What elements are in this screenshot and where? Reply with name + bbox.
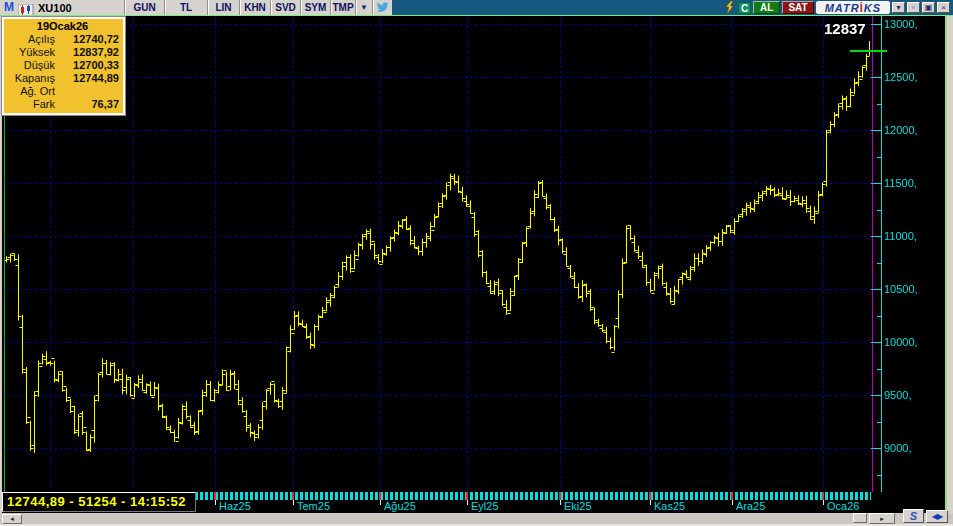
quote-row: Ağ. Ort <box>6 85 119 98</box>
y-axis-tick-label: 12000, <box>884 124 918 136</box>
month-boundary-mark <box>649 492 651 500</box>
x-axis-month-label: Ara25 <box>736 500 765 512</box>
month-tick <box>732 500 733 505</box>
quote-rows: Açılış12740,72Yüksek12837,92Düşük12700,3… <box>6 33 119 111</box>
month-tick <box>293 500 294 505</box>
y-axis-tick-label: 10000, <box>884 336 918 348</box>
x-axis-month-label: Oca26 <box>827 500 859 512</box>
quote-row: Düşük12700,33 <box>6 59 119 72</box>
scroll-right-button[interactable]: ▸ <box>869 513 895 524</box>
month-boundary-mark <box>466 492 468 500</box>
month-tick <box>823 500 824 505</box>
y-axis-tick-label: 10500, <box>884 283 918 295</box>
quote-row: Fark76,37 <box>6 98 119 111</box>
buy-button[interactable]: AL <box>753 1 780 14</box>
x-axis-month-label: Ağu25 <box>384 500 416 512</box>
panel-right-border <box>945 15 947 524</box>
chart-scrollbar[interactable] <box>0 513 953 524</box>
y-axis-tick-label: 9000, <box>884 442 912 454</box>
toolbar-button-lin[interactable]: LIN <box>207 0 239 15</box>
toolbar-button-khn[interactable]: KHN <box>239 0 270 15</box>
y-axis-tick-label: 12500, <box>884 71 918 83</box>
month-boundary-mark <box>214 492 216 500</box>
toolbar-button-svd[interactable]: SVD <box>270 0 300 15</box>
month-tick <box>560 500 561 505</box>
titlebar-drag-area[interactable] <box>392 0 723 15</box>
toolbar-button-tmp[interactable]: TMP <box>330 0 355 15</box>
quote-info-panel: 19Ocak26 Açılış12740,72Yüksek12837,92Düş… <box>2 17 125 115</box>
month-tick <box>215 500 216 505</box>
window-menu-button[interactable]: ▾ <box>892 2 905 13</box>
y-axis-tick-label: 11500, <box>884 177 917 189</box>
connection-status-icon[interactable]: C <box>738 2 751 14</box>
price-chart-canvas[interactable] <box>5 16 945 492</box>
page-nav-buttons[interactable]: ◀▶ <box>926 510 948 523</box>
month-boundary-mark <box>731 492 733 500</box>
quote-row: Yüksek12837,92 <box>6 46 119 59</box>
maximize-button[interactable]: ▣ <box>922 2 935 13</box>
x-axis-month-label: Eki25 <box>564 500 592 512</box>
quote-date: 19Ocak26 <box>6 20 119 33</box>
toolbar-button-sym[interactable]: SYM <box>300 0 330 15</box>
session-high-label: 12837 <box>824 21 866 37</box>
minimize-button[interactable]: ▫ <box>907 2 920 13</box>
symbol-input[interactable]: XU100 <box>36 2 124 14</box>
titlebar-right: C AL SAT MATRİKS ▾ ▫ ▣ × <box>723 0 953 15</box>
y-axis-tick-label: 11000, <box>884 230 917 242</box>
status-bar: 12744,89 - 51254 - 14:15:52 <box>2 492 196 512</box>
quote-row: Açılış12740,72 <box>6 33 119 46</box>
month-boundary-mark <box>822 492 824 500</box>
matriks-chart-window: M XU100 GUNTLLINKHNSVDSYMTMP ▼ C AL SAT … <box>0 0 953 526</box>
scroll-left-button[interactable]: ◂ <box>2 514 22 524</box>
close-button[interactable]: × <box>937 2 950 13</box>
month-boundary-mark <box>379 492 381 500</box>
scrollbar-thumb[interactable] <box>853 513 867 523</box>
month-tick <box>467 500 468 505</box>
x-axis-month-label: Eyl25 <box>471 500 499 512</box>
month-boundary-mark <box>292 492 294 500</box>
toolbar-left: M XU100 GUNTLLINKHNSVDSYMTMP ▼ <box>0 0 392 15</box>
titlebar: M XU100 GUNTLLINKHNSVDSYMTMP ▼ C AL SAT … <box>0 0 953 15</box>
toolbar-button-tl[interactable]: TL <box>164 0 207 15</box>
y-axis-tick-label: 9500, <box>884 389 912 401</box>
matriks-brand-logo: MATRİKS <box>816 1 890 14</box>
matriks-s-logo-button[interactable]: S <box>903 509 924 523</box>
chevron-down-icon[interactable]: ▼ <box>355 0 372 15</box>
month-tick <box>650 500 651 505</box>
toolbar-buttons: GUNTLLINKHNSVDSYMTMP <box>124 0 355 15</box>
matriks-m-logo: M <box>2 1 16 14</box>
sell-button[interactable]: SAT <box>782 1 813 14</box>
month-tick <box>380 500 381 505</box>
x-axis-month-label: Tem25 <box>297 500 330 512</box>
y-axis-tick-label: 13000, <box>884 18 918 30</box>
toolbar-button-gun[interactable]: GUN <box>124 0 164 15</box>
twitter-icon[interactable] <box>372 0 392 15</box>
x-axis-month-label: Kas25 <box>654 500 685 512</box>
x-axis-month-label: Haz25 <box>219 500 251 512</box>
quote-row: Kapanış12744,89 <box>6 72 119 85</box>
chart-type-icon[interactable] <box>18 2 34 14</box>
month-boundary-mark <box>559 492 561 500</box>
lightning-icon[interactable] <box>723 1 736 14</box>
